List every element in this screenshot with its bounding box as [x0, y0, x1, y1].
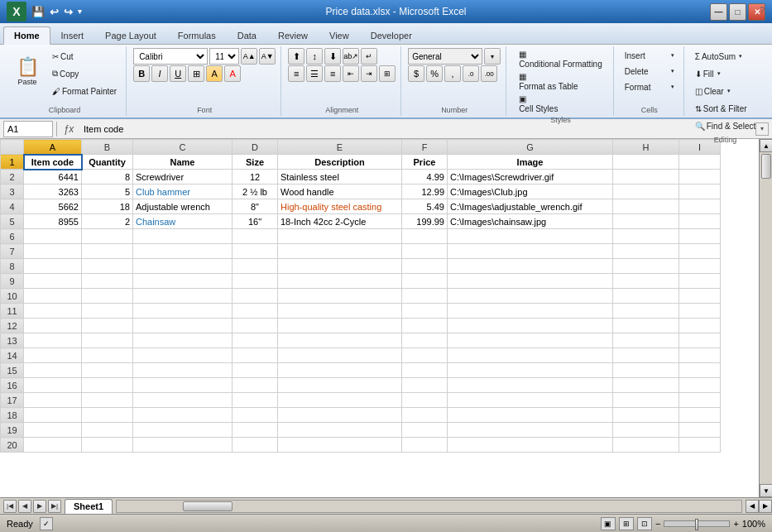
cell-A2[interactable]: 6441 — [24, 170, 82, 185]
scroll-thumb-vertical[interactable] — [761, 154, 771, 179]
cell-C13[interactable] — [133, 333, 233, 348]
row-header-14[interactable]: 14 — [1, 348, 24, 363]
cell-B6[interactable] — [82, 229, 133, 244]
horizontal-scroll-area[interactable] — [116, 500, 742, 513]
cell-A7[interactable] — [24, 244, 82, 259]
cell-C9[interactable] — [133, 274, 233, 289]
merge-center-button[interactable]: ⊞ — [379, 65, 396, 82]
cell-G2[interactable]: C:\Images\Screwdriver.gif — [448, 170, 613, 185]
cell-I10[interactable] — [679, 289, 721, 304]
cell-I5[interactable] — [679, 214, 721, 229]
col-header-D[interactable]: D — [233, 140, 278, 155]
scroll-right-button[interactable]: ▶ — [759, 500, 772, 513]
cell-F20[interactable] — [402, 438, 448, 453]
quick-access-undo[interactable]: ↩ — [50, 6, 59, 18]
cell-B4[interactable]: 18 — [82, 199, 133, 214]
quick-access-save[interactable]: 💾 — [31, 6, 45, 18]
cell-E7[interactable] — [278, 244, 402, 259]
cell-G1[interactable]: Image — [448, 155, 613, 170]
vertical-scrollbar[interactable]: ▲ ▼ — [759, 139, 772, 497]
cell-F8[interactable] — [402, 259, 448, 274]
cell-E16[interactable] — [278, 378, 402, 393]
cell-H12[interactable] — [613, 319, 679, 333]
view-pagebreak-icon[interactable]: ⊡ — [637, 517, 652, 530]
cell-B13[interactable] — [82, 333, 133, 348]
row-header-5[interactable]: 5 — [1, 214, 24, 229]
cell-F9[interactable] — [402, 274, 448, 289]
italic-button[interactable]: I — [151, 65, 168, 82]
cell-G3[interactable]: C:\Images\Club.jpg — [448, 185, 613, 199]
cell-E1[interactable]: Description — [278, 155, 402, 170]
cell-C20[interactable] — [133, 438, 233, 453]
cell-C11[interactable] — [133, 304, 233, 319]
underline-button[interactable]: U — [170, 65, 186, 82]
tab-home[interactable]: Home — [3, 26, 50, 45]
cell-D6[interactable] — [233, 229, 278, 244]
cell-C6[interactable] — [133, 229, 233, 244]
cell-C17[interactable] — [133, 393, 233, 408]
scroll-up-button[interactable]: ▲ — [760, 139, 772, 152]
cell-G11[interactable] — [448, 304, 613, 319]
cell-C4[interactable]: Adjustable wrench — [133, 199, 233, 214]
percent-button[interactable]: % — [426, 65, 443, 82]
cell-H11[interactable] — [613, 304, 679, 319]
cell-H17[interactable] — [613, 393, 679, 408]
sheet-nav-prev[interactable]: ◀ — [18, 500, 31, 513]
cell-A12[interactable] — [24, 319, 82, 333]
number-format-select[interactable]: General — [408, 48, 482, 65]
increase-decimal-button[interactable]: .0 — [463, 65, 479, 82]
cell-D2[interactable]: 12 — [233, 170, 278, 185]
cell-F17[interactable] — [402, 393, 448, 408]
cell-D17[interactable] — [233, 393, 278, 408]
cell-G14[interactable] — [448, 348, 613, 363]
cell-G6[interactable] — [448, 229, 613, 244]
cell-G10[interactable] — [448, 289, 613, 304]
cell-F6[interactable] — [402, 229, 448, 244]
cell-F7[interactable] — [402, 244, 448, 259]
function-icon[interactable]: ƒx — [60, 121, 77, 137]
border-button[interactable]: ⊞ — [188, 65, 204, 82]
cell-A19[interactable] — [24, 423, 82, 438]
view-layout-icon[interactable]: ⊞ — [619, 517, 634, 530]
row-header-12[interactable]: 12 — [1, 319, 24, 333]
cell-E13[interactable] — [278, 333, 402, 348]
cell-E5[interactable]: 18-Inch 42cc 2-Cycle — [278, 214, 402, 229]
cell-G13[interactable] — [448, 333, 613, 348]
cell-D1[interactable]: Size — [233, 155, 278, 170]
sheet-nav-last[interactable]: ▶| — [48, 500, 61, 513]
cell-G17[interactable] — [448, 393, 613, 408]
horizontal-scroll-thumb[interactable] — [183, 501, 233, 511]
cell-F14[interactable] — [402, 348, 448, 363]
row-header-18[interactable]: 18 — [1, 408, 24, 423]
cell-I15[interactable] — [679, 363, 721, 378]
cell-D16[interactable] — [233, 378, 278, 393]
align-top-button[interactable]: ⬆ — [288, 48, 304, 65]
cell-G18[interactable] — [448, 408, 613, 423]
paste-button[interactable]: 📋 Paste — [8, 48, 46, 96]
fill-button[interactable]: ⬇ Fill ▾ — [691, 65, 760, 82]
cell-I19[interactable] — [679, 423, 721, 438]
cell-B5[interactable]: 2 — [82, 214, 133, 229]
align-bottom-button[interactable]: ⬇ — [324, 48, 341, 65]
help-icon[interactable]: ? — [755, 3, 769, 17]
cell-F18[interactable] — [402, 408, 448, 423]
cell-E3[interactable]: Wood handle — [278, 185, 402, 199]
cell-B20[interactable] — [82, 438, 133, 453]
cell-F4[interactable]: 5.49 — [402, 199, 448, 214]
cell-F5[interactable]: 199.99 — [402, 214, 448, 229]
grid-scroll-area[interactable]: A B C D E F G H I 1Item codeQuantityName… — [0, 139, 759, 497]
cell-I2[interactable] — [679, 170, 721, 185]
number-format-dropdown[interactable]: ▾ — [484, 48, 501, 65]
wrap-text-button[interactable]: ↵ — [361, 48, 377, 65]
cell-H13[interactable] — [613, 333, 679, 348]
format-button[interactable]: Format ▾ — [621, 79, 678, 94]
cell-I18[interactable] — [679, 408, 721, 423]
cell-I4[interactable] — [679, 199, 721, 214]
cell-I12[interactable] — [679, 319, 721, 333]
row-header-19[interactable]: 19 — [1, 423, 24, 438]
quick-access-redo[interactable]: ↪ — [64, 6, 73, 18]
cell-D8[interactable] — [233, 259, 278, 274]
cell-I3[interactable] — [679, 185, 721, 199]
cell-C14[interactable] — [133, 348, 233, 363]
cell-D14[interactable] — [233, 348, 278, 363]
